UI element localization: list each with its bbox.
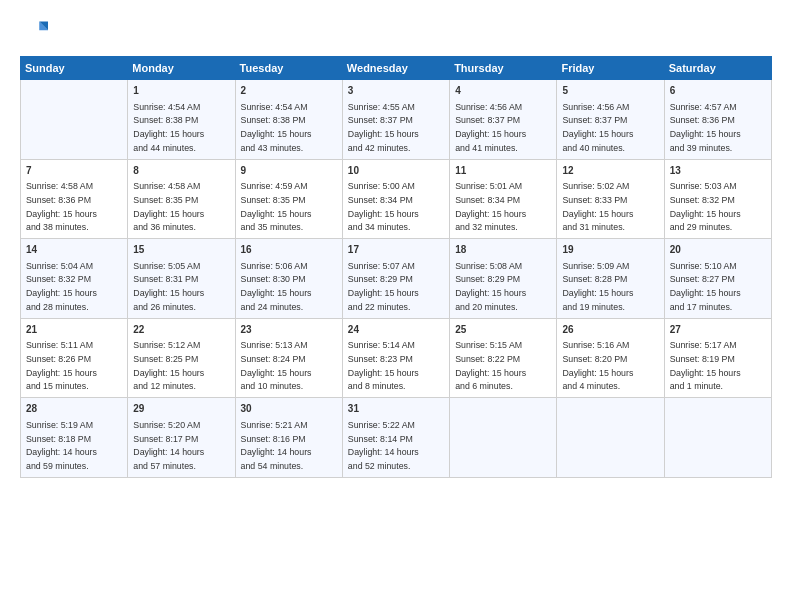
day-info: Sunrise: 4:56 AM Sunset: 8:37 PM Dayligh… — [455, 102, 526, 153]
day-cell: 9Sunrise: 4:59 AM Sunset: 8:35 PM Daylig… — [235, 159, 342, 239]
header-cell-saturday: Saturday — [664, 57, 771, 80]
day-cell: 16Sunrise: 5:06 AM Sunset: 8:30 PM Dayli… — [235, 239, 342, 319]
day-cell: 15Sunrise: 5:05 AM Sunset: 8:31 PM Dayli… — [128, 239, 235, 319]
day-info: Sunrise: 5:14 AM Sunset: 8:23 PM Dayligh… — [348, 340, 419, 391]
logo — [20, 18, 52, 46]
day-cell — [557, 398, 664, 478]
week-row-2: 7Sunrise: 4:58 AM Sunset: 8:36 PM Daylig… — [21, 159, 772, 239]
day-cell: 20Sunrise: 5:10 AM Sunset: 8:27 PM Dayli… — [664, 239, 771, 319]
day-cell: 24Sunrise: 5:14 AM Sunset: 8:23 PM Dayli… — [342, 318, 449, 398]
day-info: Sunrise: 5:13 AM Sunset: 8:24 PM Dayligh… — [241, 340, 312, 391]
day-cell — [664, 398, 771, 478]
day-cell: 22Sunrise: 5:12 AM Sunset: 8:25 PM Dayli… — [128, 318, 235, 398]
day-cell: 5Sunrise: 4:56 AM Sunset: 8:37 PM Daylig… — [557, 80, 664, 160]
day-cell: 26Sunrise: 5:16 AM Sunset: 8:20 PM Dayli… — [557, 318, 664, 398]
day-number: 19 — [562, 243, 658, 258]
logo-icon — [20, 18, 48, 46]
day-number: 10 — [348, 164, 444, 179]
day-number: 5 — [562, 84, 658, 99]
day-cell: 25Sunrise: 5:15 AM Sunset: 8:22 PM Dayli… — [450, 318, 557, 398]
day-info: Sunrise: 4:59 AM Sunset: 8:35 PM Dayligh… — [241, 181, 312, 232]
day-number: 1 — [133, 84, 229, 99]
day-number: 23 — [241, 323, 337, 338]
calendar-page: SundayMondayTuesdayWednesdayThursdayFrid… — [0, 0, 792, 490]
day-info: Sunrise: 4:55 AM Sunset: 8:37 PM Dayligh… — [348, 102, 419, 153]
day-number: 16 — [241, 243, 337, 258]
day-cell: 18Sunrise: 5:08 AM Sunset: 8:29 PM Dayli… — [450, 239, 557, 319]
day-number: 4 — [455, 84, 551, 99]
day-number: 26 — [562, 323, 658, 338]
week-row-3: 14Sunrise: 5:04 AM Sunset: 8:32 PM Dayli… — [21, 239, 772, 319]
day-cell: 13Sunrise: 5:03 AM Sunset: 8:32 PM Dayli… — [664, 159, 771, 239]
day-number: 29 — [133, 402, 229, 417]
header-row: SundayMondayTuesdayWednesdayThursdayFrid… — [21, 57, 772, 80]
calendar-table: SundayMondayTuesdayWednesdayThursdayFrid… — [20, 56, 772, 478]
day-info: Sunrise: 5:00 AM Sunset: 8:34 PM Dayligh… — [348, 181, 419, 232]
day-number: 3 — [348, 84, 444, 99]
day-info: Sunrise: 5:21 AM Sunset: 8:16 PM Dayligh… — [241, 420, 312, 471]
day-number: 22 — [133, 323, 229, 338]
day-info: Sunrise: 5:03 AM Sunset: 8:32 PM Dayligh… — [670, 181, 741, 232]
day-cell: 14Sunrise: 5:04 AM Sunset: 8:32 PM Dayli… — [21, 239, 128, 319]
day-number: 30 — [241, 402, 337, 417]
header-cell-tuesday: Tuesday — [235, 57, 342, 80]
day-cell: 7Sunrise: 4:58 AM Sunset: 8:36 PM Daylig… — [21, 159, 128, 239]
header-cell-friday: Friday — [557, 57, 664, 80]
day-info: Sunrise: 4:54 AM Sunset: 8:38 PM Dayligh… — [133, 102, 204, 153]
day-cell: 2Sunrise: 4:54 AM Sunset: 8:38 PM Daylig… — [235, 80, 342, 160]
week-row-4: 21Sunrise: 5:11 AM Sunset: 8:26 PM Dayli… — [21, 318, 772, 398]
day-info: Sunrise: 5:07 AM Sunset: 8:29 PM Dayligh… — [348, 261, 419, 312]
day-number: 14 — [26, 243, 122, 258]
day-info: Sunrise: 5:20 AM Sunset: 8:17 PM Dayligh… — [133, 420, 204, 471]
day-cell — [450, 398, 557, 478]
day-cell: 1Sunrise: 4:54 AM Sunset: 8:38 PM Daylig… — [128, 80, 235, 160]
calendar-header: SundayMondayTuesdayWednesdayThursdayFrid… — [21, 57, 772, 80]
day-number: 21 — [26, 323, 122, 338]
day-info: Sunrise: 5:11 AM Sunset: 8:26 PM Dayligh… — [26, 340, 97, 391]
header-cell-thursday: Thursday — [450, 57, 557, 80]
day-info: Sunrise: 5:12 AM Sunset: 8:25 PM Dayligh… — [133, 340, 204, 391]
day-info: Sunrise: 5:08 AM Sunset: 8:29 PM Dayligh… — [455, 261, 526, 312]
day-cell: 23Sunrise: 5:13 AM Sunset: 8:24 PM Dayli… — [235, 318, 342, 398]
day-cell: 11Sunrise: 5:01 AM Sunset: 8:34 PM Dayli… — [450, 159, 557, 239]
day-number: 12 — [562, 164, 658, 179]
day-info: Sunrise: 5:02 AM Sunset: 8:33 PM Dayligh… — [562, 181, 633, 232]
day-cell: 28Sunrise: 5:19 AM Sunset: 8:18 PM Dayli… — [21, 398, 128, 478]
day-number: 11 — [455, 164, 551, 179]
day-cell: 12Sunrise: 5:02 AM Sunset: 8:33 PM Dayli… — [557, 159, 664, 239]
day-number: 28 — [26, 402, 122, 417]
header — [20, 18, 772, 46]
day-info: Sunrise: 5:17 AM Sunset: 8:19 PM Dayligh… — [670, 340, 741, 391]
day-info: Sunrise: 5:01 AM Sunset: 8:34 PM Dayligh… — [455, 181, 526, 232]
day-number: 31 — [348, 402, 444, 417]
header-cell-monday: Monday — [128, 57, 235, 80]
day-info: Sunrise: 5:16 AM Sunset: 8:20 PM Dayligh… — [562, 340, 633, 391]
day-info: Sunrise: 5:09 AM Sunset: 8:28 PM Dayligh… — [562, 261, 633, 312]
day-number: 20 — [670, 243, 766, 258]
day-number: 25 — [455, 323, 551, 338]
day-cell — [21, 80, 128, 160]
day-info: Sunrise: 4:57 AM Sunset: 8:36 PM Dayligh… — [670, 102, 741, 153]
day-number: 7 — [26, 164, 122, 179]
day-info: Sunrise: 5:19 AM Sunset: 8:18 PM Dayligh… — [26, 420, 97, 471]
calendar-body: 1Sunrise: 4:54 AM Sunset: 8:38 PM Daylig… — [21, 80, 772, 478]
day-info: Sunrise: 5:05 AM Sunset: 8:31 PM Dayligh… — [133, 261, 204, 312]
week-row-1: 1Sunrise: 4:54 AM Sunset: 8:38 PM Daylig… — [21, 80, 772, 160]
day-number: 24 — [348, 323, 444, 338]
header-cell-sunday: Sunday — [21, 57, 128, 80]
day-number: 17 — [348, 243, 444, 258]
day-cell: 31Sunrise: 5:22 AM Sunset: 8:14 PM Dayli… — [342, 398, 449, 478]
day-number: 8 — [133, 164, 229, 179]
day-info: Sunrise: 4:58 AM Sunset: 8:35 PM Dayligh… — [133, 181, 204, 232]
day-cell: 30Sunrise: 5:21 AM Sunset: 8:16 PM Dayli… — [235, 398, 342, 478]
day-cell: 6Sunrise: 4:57 AM Sunset: 8:36 PM Daylig… — [664, 80, 771, 160]
day-info: Sunrise: 5:04 AM Sunset: 8:32 PM Dayligh… — [26, 261, 97, 312]
day-info: Sunrise: 4:58 AM Sunset: 8:36 PM Dayligh… — [26, 181, 97, 232]
day-cell: 19Sunrise: 5:09 AM Sunset: 8:28 PM Dayli… — [557, 239, 664, 319]
day-cell: 4Sunrise: 4:56 AM Sunset: 8:37 PM Daylig… — [450, 80, 557, 160]
day-cell: 10Sunrise: 5:00 AM Sunset: 8:34 PM Dayli… — [342, 159, 449, 239]
day-number: 18 — [455, 243, 551, 258]
day-cell: 21Sunrise: 5:11 AM Sunset: 8:26 PM Dayli… — [21, 318, 128, 398]
day-info: Sunrise: 4:54 AM Sunset: 8:38 PM Dayligh… — [241, 102, 312, 153]
day-info: Sunrise: 5:15 AM Sunset: 8:22 PM Dayligh… — [455, 340, 526, 391]
